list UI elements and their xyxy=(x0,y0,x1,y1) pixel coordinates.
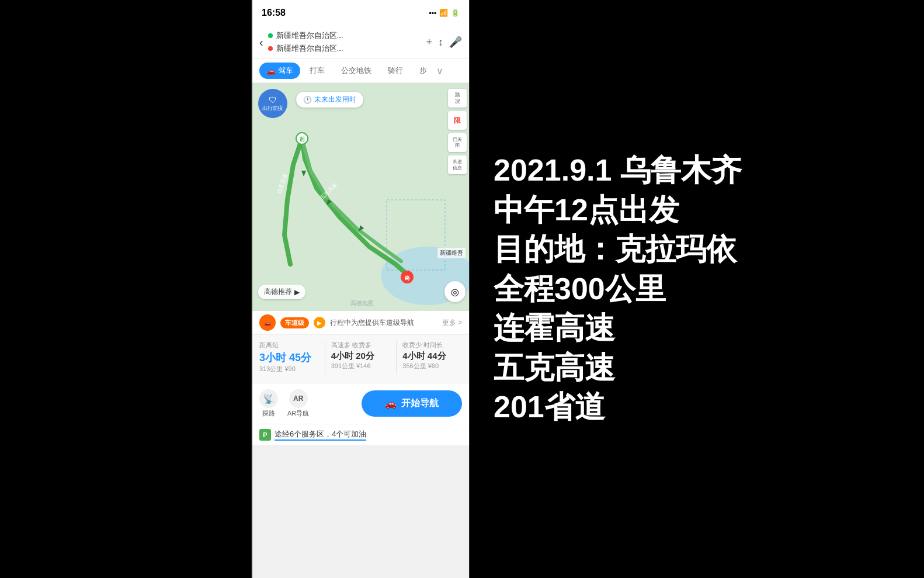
sort-icon[interactable]: ↕ xyxy=(438,36,443,49)
speed-limit-button[interactable]: 限 xyxy=(448,111,467,130)
route-2-detail: 391公里 ¥146 xyxy=(331,362,391,371)
destination-input[interactable]: 新疆维吾尔自治区... xyxy=(276,43,422,54)
future-depart-button[interactable]: 🕐 未来出发用时 xyxy=(296,92,363,108)
tab-transit[interactable]: 公交地铁 xyxy=(334,63,378,79)
origin-input[interactable]: 新疆维吾尔自治区... xyxy=(276,30,422,41)
divider-1 xyxy=(325,341,325,373)
traffic-button[interactable]: 路况 xyxy=(448,89,467,108)
lane-more-button[interactable]: 更多 > xyxy=(442,318,462,328)
tab-bike[interactable]: 骑行 xyxy=(381,63,410,79)
lane-bar: 🚗 车道级 ▶ 行程中为您提供车道级导航 更多 > xyxy=(252,311,469,335)
route-options: 距离短 3小时 45分 313公里 ¥90 高速多 收费多 4小时 20分 39… xyxy=(252,335,469,383)
destination-dot xyxy=(268,46,273,51)
outbreak-label: 出行防疫 xyxy=(262,105,283,112)
map-credit: 高德地图 xyxy=(350,299,374,307)
right-text-line3: 目的地：克拉玛依 xyxy=(494,230,906,269)
route-1-time: 3小时 45分 xyxy=(259,351,319,365)
origin-row: 新疆维吾尔自治区... xyxy=(268,30,422,41)
svg-text:起: 起 xyxy=(299,136,305,142)
search-actions: + ↕ 🎤 xyxy=(426,36,462,49)
right-text-line2: 中午12点出发 xyxy=(494,191,906,230)
footer-buttons: 📡 探路 AR AR导航 xyxy=(259,389,309,418)
right-text-line1: 2021.9.1 乌鲁木齐 xyxy=(494,151,906,191)
xinjiang-label: 新疆维吾 xyxy=(437,248,466,258)
status-time: 16:58 xyxy=(262,8,286,18)
phone-screen: 16:58 ▪▪▪ 📶 🔋 ‹ 新疆维吾尔自治区... 新疆维吾尔自治区... xyxy=(251,0,470,578)
route-1-detail: 313公里 ¥90 xyxy=(259,365,319,373)
route-options-row: 距离短 3小时 45分 313公里 ¥90 高速多 收费多 4小时 20分 39… xyxy=(259,341,462,373)
explore-button[interactable]: 📡 探路 xyxy=(259,389,278,418)
ar-icon: AR xyxy=(289,389,308,408)
origin-dot xyxy=(268,33,273,38)
route-option-2[interactable]: 高速多 收费多 4小时 20分 391公里 ¥146 xyxy=(331,341,391,373)
lane-icon: 🚗 xyxy=(259,314,276,331)
closed-button[interactable]: 已关闭 xyxy=(448,133,467,152)
explore-icon: 📡 xyxy=(259,389,278,408)
phone-frame: 16:58 ▪▪▪ 📶 🔋 ‹ 新疆维吾尔自治区... 新疆维吾尔自治区... xyxy=(245,0,476,578)
search-area: ‹ 新疆维吾尔自治区... 新疆维吾尔自治区... + ↕ 🎤 xyxy=(252,26,469,59)
parking-icon: P xyxy=(259,429,271,441)
route-2-label: 高速多 收费多 xyxy=(331,341,391,349)
map-roads: 连霍高速 五克高速 起 终 xyxy=(252,83,470,311)
wifi-icon: 📶 xyxy=(439,9,448,17)
car-nav-icon: 🚗 xyxy=(385,398,397,409)
recommend-arrow: ▶ xyxy=(294,288,300,296)
left-padding xyxy=(0,0,245,578)
lane-description: 行程中为您提供车道级导航 xyxy=(330,318,437,328)
route-2-time: 4小时 20分 xyxy=(331,351,391,362)
divider-2 xyxy=(396,341,397,373)
transport-tabs: 🚗 驾车 打车 公交地铁 骑行 步 ∨ xyxy=(252,59,469,83)
tab-more-icon[interactable]: ∨ xyxy=(436,65,443,77)
car-icon: 🚗 xyxy=(266,67,276,75)
route-option-3[interactable]: 收费少 时间长 4小时 44分 356公里 ¥60 xyxy=(402,341,462,373)
right-text-panel: 2021.9.1 乌鲁木齐 中午12点出发 目的地：克拉玛依 全程300公里 连… xyxy=(476,0,924,578)
location-button[interactable]: ◎ xyxy=(444,281,466,302)
long-distance-button[interactable]: 长途信息 xyxy=(448,155,467,174)
add-waypoint-icon[interactable]: + xyxy=(426,36,432,49)
right-text-line4: 全程300公里 xyxy=(494,269,906,309)
lane-play-button[interactable]: ▶ xyxy=(314,317,325,328)
right-panel-buttons: 路况 限 已关闭 长途信息 xyxy=(448,89,467,174)
search-inputs: 新疆维吾尔自治区... 新疆维吾尔自治区... xyxy=(268,30,422,54)
battery-icon: 🔋 xyxy=(451,9,460,17)
right-text-line5: 连霍高速 xyxy=(494,309,906,348)
svg-text:终: 终 xyxy=(404,275,411,281)
recommend-label: 高德推荐 xyxy=(264,287,292,297)
service-text: 途经6个服务区，4个可加油 xyxy=(275,429,366,441)
outbreak-button[interactable]: 🛡 出行防疫 xyxy=(258,89,287,118)
signal-icon: ▪▪▪ xyxy=(429,9,436,17)
route-3-detail: 356公里 ¥60 xyxy=(402,362,462,371)
route-3-time: 4小时 44分 xyxy=(402,351,462,362)
ar-nav-button[interactable]: AR AR导航 xyxy=(287,389,309,418)
tab-taxi[interactable]: 打车 xyxy=(303,63,332,79)
right-text-line6: 五克高速 xyxy=(494,348,906,388)
route-3-label: 收费少 时间长 xyxy=(402,341,462,349)
ar-label: AR导航 xyxy=(287,409,309,418)
right-text-line7: 201省道 xyxy=(494,387,906,427)
tab-drive[interactable]: 🚗 驾车 xyxy=(259,63,300,79)
voice-icon[interactable]: 🎤 xyxy=(449,36,462,49)
lane-badge: 车道级 xyxy=(280,317,309,328)
route-1-label: 距离短 xyxy=(259,341,319,349)
clock-icon: 🕐 xyxy=(303,96,312,104)
explore-label: 探路 xyxy=(262,409,275,418)
tab-walk[interactable]: 步 xyxy=(412,63,434,79)
recommend-bar[interactable]: 高德推荐 ▶ xyxy=(258,285,305,299)
service-bar: P 途经6个服务区，4个可加油 xyxy=(252,424,469,445)
status-bar: 16:58 ▪▪▪ 📶 🔋 xyxy=(252,0,469,26)
back-button[interactable]: ‹ xyxy=(259,36,263,49)
map-area[interactable]: 连霍高速 五克高速 起 终 🛡 出行防疫 🕐 未来出 xyxy=(252,83,470,311)
status-icons: ▪▪▪ 📶 🔋 xyxy=(429,9,460,17)
destination-row: 新疆维吾尔自治区... xyxy=(268,43,422,54)
route-option-1[interactable]: 距离短 3小时 45分 313公里 ¥90 xyxy=(259,341,319,373)
start-nav-button[interactable]: 🚗 开始导航 xyxy=(362,390,462,417)
nav-footer: 📡 探路 AR AR导航 🚗 开始导航 xyxy=(252,383,469,424)
